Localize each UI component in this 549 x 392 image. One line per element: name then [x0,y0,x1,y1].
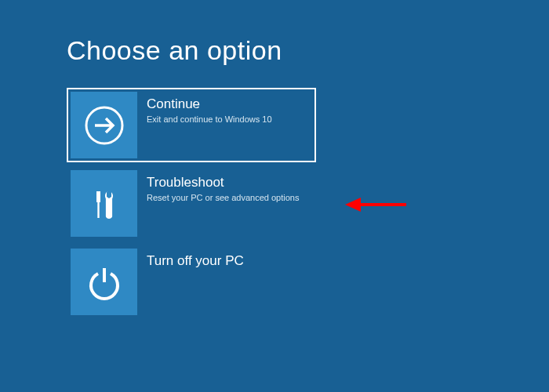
page-title: Choose an option [67,35,549,66]
svg-rect-1 [96,191,100,202]
option-text: Troubleshoot Reset your PC or see advanc… [137,170,312,203]
continue-option[interactable]: Continue Exit and continue to Windows 10 [67,88,316,162]
option-text: Turn off your PC [137,249,312,270]
option-desc: Reset your PC or see advanced options [147,192,312,203]
tools-icon [71,170,137,237]
turn-off-option[interactable]: Turn off your PC [67,245,316,319]
option-title: Turn off your PC [147,253,312,269]
option-desc: Exit and continue to Windows 10 [147,114,312,125]
arrow-right-icon [71,92,137,158]
option-title: Troubleshoot [147,175,312,191]
power-icon [71,249,137,315]
recovery-menu: Choose an option Continue Exit and conti… [0,0,549,319]
svg-rect-2 [97,202,99,218]
troubleshoot-option[interactable]: Troubleshoot Reset your PC or see advanc… [67,166,316,241]
option-title: Continue [147,96,312,112]
option-text: Continue Exit and continue to Windows 10 [137,92,312,125]
